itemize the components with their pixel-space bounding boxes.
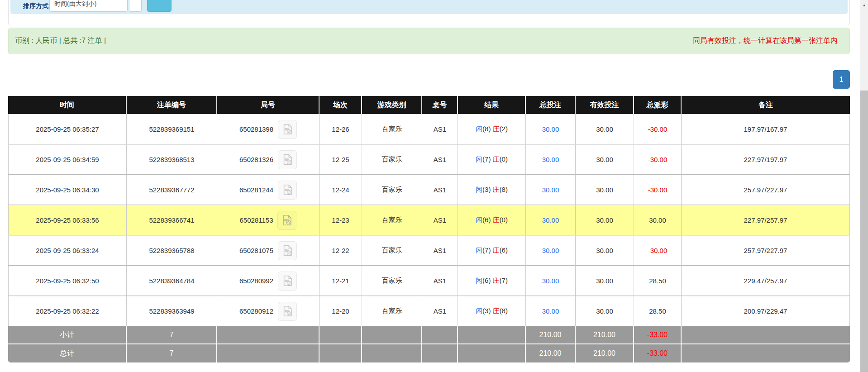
video-replay-button[interactable] [278,181,297,200]
cell-session: 12-24 [320,175,362,205]
table-row: 2025-09-25 06:35:27 522839369151 6502813… [8,114,850,144]
cell-payout: -30.00 [634,114,682,144]
cell-session: 12-21 [320,266,362,296]
round-number: 650281075 [239,247,273,254]
filter-strip: 排序方式: [10,0,848,14]
col-bet-id: 注单编号 [127,96,217,114]
cell-valid-bet: 30.00 [576,235,634,266]
cell-game-type: 百家乐 [362,205,422,235]
subtotal-valid-bet: 210.00 [576,326,634,344]
total-bet-link[interactable]: 30.00 [542,156,559,163]
currency-summary-text: 币别 : 人民币 | 总共 :7 注单 | [15,36,106,46]
video-replay-button[interactable] [278,241,297,260]
total-bet-link[interactable]: 30.00 [542,125,559,133]
video-file-icon [281,153,294,166]
cell-time: 2025-09-25 06:33:24 [8,235,127,266]
cell-round-id: 650281398 [217,114,320,144]
table-row: 2025-09-25 06:32:50 522839364784 6502809… [8,266,850,296]
table-row-highlighted: 2025-09-25 06:33:56 522839366741 6502811… [8,205,850,235]
video-replay-button[interactable] [278,150,297,169]
cell-table-no: AS1 [422,266,458,296]
subtotal-total-bet: 210.00 [526,326,576,344]
pagination-page-1[interactable]: 1 [833,70,850,89]
table-row: 2025-09-25 06:32:22 522839363949 6502809… [8,296,850,326]
cell-round-id: 650281244 [217,175,320,205]
cell-game-type: 百家乐 [362,266,422,296]
cell-session: 12-22 [320,235,362,266]
video-replay-button[interactable] [277,211,296,230]
video-replay-button[interactable] [278,120,297,139]
cell-total-bet: 30.00 [526,144,576,175]
total-bet-link[interactable]: 30.00 [542,277,559,285]
sort-input[interactable] [49,0,128,12]
cell-session: 12-23 [320,205,362,235]
cell-time: 2025-09-25 06:34:59 [8,144,127,175]
col-result: 结果 [458,96,526,114]
cell-table-no: AS1 [422,144,458,175]
col-game-type: 游戏类别 [362,96,422,114]
cell-time: 2025-09-25 06:32:50 [8,266,127,296]
cell-total-bet: 30.00 [526,296,576,326]
cell-round-id: 650281153 [217,205,320,235]
cell-result: 闲(7) 庄(6) [458,235,526,266]
video-file-icon [281,184,294,196]
sort-label: 排序方式: [23,2,51,10]
cell-result: 闲(6) 庄(0) [458,205,526,235]
table-row: 2025-09-25 06:33:24 522839365788 6502810… [8,235,850,266]
cell-valid-bet: 30.00 [576,296,634,326]
cell-valid-bet: 30.00 [576,144,634,175]
bet-records-table: 时间 注单编号 局号 场次 游戏类别 桌号 结果 总投注 有效投注 总派彩 备注… [8,96,850,362]
col-valid-bet: 有效投注 [576,96,634,114]
cell-remark: 257.97/227.97 [682,235,850,266]
cell-valid-bet: 30.00 [576,205,634,235]
cell-payout: -30.00 [634,235,682,266]
cell-bet-id: 522839368513 [127,144,217,175]
cell-bet-id: 522839365788 [127,235,217,266]
cell-valid-bet: 30.00 [576,175,634,205]
col-remark: 备注 [682,96,850,114]
page: 排序方式: 币别 : 人民币 | 总共 :7 注单 | 同局有效投注，统一计算在… [0,0,868,372]
cell-time: 2025-09-25 06:33:56 [8,205,127,235]
search-button[interactable] [147,0,172,12]
cell-game-type: 百家乐 [362,144,422,175]
total-bet-link[interactable]: 30.00 [542,307,559,315]
sort-dropdown-box[interactable] [129,0,142,12]
total-bet-link[interactable]: 30.00 [542,186,559,194]
scrollbar-thumb[interactable] [860,91,868,372]
cell-remark: 227.97/257.97 [682,205,850,235]
scroll-up-icon[interactable]: ▲ [860,2,868,8]
cell-payout: 28.50 [634,266,682,296]
filter-form-panel: 排序方式: [8,0,850,25]
cell-table-no: AS1 [422,235,458,266]
video-file-icon [281,275,294,287]
cell-table-no: AS1 [422,296,458,326]
col-time: 时间 [8,96,127,114]
total-total-bet: 210.00 [526,344,576,362]
total-count: 7 [127,344,217,362]
cell-total-bet: 30.00 [526,266,576,296]
round-number: 650280992 [239,277,273,285]
video-file-icon [281,123,294,135]
cell-bet-id: 522839367772 [127,175,217,205]
table-row: 2025-09-25 06:34:59 522839368513 6502813… [8,144,850,175]
cell-result: 闲(3) 庄(8) [458,175,526,205]
vertical-scrollbar[interactable]: ▲ [860,0,868,372]
cell-payout: 30.00 [634,205,682,235]
cell-total-bet: 30.00 [526,114,576,144]
total-payout: -33.00 [634,344,682,362]
cell-time: 2025-09-25 06:35:27 [8,114,127,144]
col-round-id: 局号 [217,96,320,114]
cell-total-bet: 30.00 [526,175,576,205]
total-bet-link[interactable]: 30.00 [542,247,559,254]
cell-time: 2025-09-25 06:32:22 [8,296,127,326]
total-bet-link[interactable]: 30.00 [542,216,559,224]
round-number: 650281326 [239,156,273,163]
cell-game-type: 百家乐 [362,114,422,144]
cell-table-no: AS1 [422,175,458,205]
video-replay-button[interactable] [278,272,297,291]
cell-round-id: 650280992 [217,266,320,296]
table-row: 2025-09-25 06:34:30 522839367772 6502812… [8,175,850,205]
cell-result: 闲(6) 庄(7) [458,266,526,296]
video-replay-button[interactable] [278,302,297,321]
cell-time: 2025-09-25 06:34:30 [8,175,127,205]
